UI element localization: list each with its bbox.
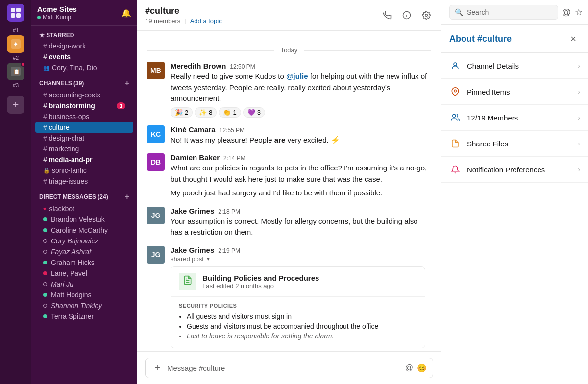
avatar: DB [147, 153, 165, 171]
sidebar-item-culture[interactable]: # culture [35, 122, 133, 133]
workspace-app-3[interactable]: 📋 [7, 63, 24, 80]
panel-item-notifications[interactable]: Notification Preferences › [441, 157, 588, 183]
sidebar-item-accounting-costs[interactable]: # accounting-costs [35, 90, 133, 100]
sidebar-item-fayaz[interactable]: Fayaz Ashraf [35, 246, 133, 257]
sidebar-item-brainstorming[interactable]: # brainstorming 1 [35, 100, 133, 111]
unread-badge: 1 [117, 102, 125, 109]
mention[interactable]: @julie [286, 72, 308, 80]
sidebar-item-label: events [49, 53, 71, 61]
sidebar-item-label: slackbot [49, 205, 74, 213]
workspace-app-2[interactable]: ✦ [7, 35, 24, 53]
hash-icon: # [43, 113, 47, 120]
message-author: Jake Grimes [171, 207, 214, 215]
at-icon[interactable]: @ [405, 363, 413, 372]
sidebar-item-shannon[interactable]: Shannon Tinkley [35, 300, 133, 311]
sidebar-item-brandon[interactable]: Brandon Velestuk [35, 214, 133, 225]
sidebar-item-design-chat[interactable]: # design-chat [35, 133, 133, 144]
sidebar-item-cory[interactable]: Cory Bujnowicz [35, 236, 133, 246]
members-icon [449, 112, 461, 123]
panel-item-label: Pinned Items [467, 88, 578, 96]
sidebar-item-label: Mari Ju [51, 280, 74, 288]
dm-icon: 👥 [43, 65, 50, 71]
sidebar-item-caroline[interactable]: Caroline McCarthy [35, 225, 133, 236]
reaction-button[interactable]: 💜 3 [243, 107, 265, 118]
avatar: JG [147, 246, 165, 264]
reaction-button[interactable]: ✨ 8 [195, 107, 217, 118]
sidebar-item-slackbot[interactable]: ♥ slackbot [35, 203, 133, 214]
sidebar-item-triage-issues[interactable]: # triage-issues [35, 176, 133, 187]
svg-rect-3 [16, 13, 21, 18]
message-input-box: + @ 😊 [145, 358, 433, 378]
hash-icon: # [43, 91, 47, 99]
svg-text:📋: 📋 [13, 68, 20, 75]
workspace-app-1[interactable] [7, 4, 24, 22]
info-icon[interactable] [400, 8, 414, 22]
channels-section-header: CHANNELS (39) + [31, 73, 137, 90]
panel-search-input[interactable] [467, 8, 553, 16]
settings-icon[interactable] [419, 8, 433, 22]
close-panel-button[interactable]: × [566, 32, 580, 46]
panel-item-channel-details[interactable]: Channel Details › [441, 53, 588, 79]
sidebar-item-events[interactable]: # events [35, 51, 133, 62]
online-status-dot [43, 293, 47, 297]
sidebar-item-label: Lane, Pavel [51, 269, 87, 277]
message-header: Jake Grimes 2:18 PM [171, 207, 431, 215]
sidebar-item-mari[interactable]: Mari Ju [35, 279, 133, 289]
policy-list: All guests and visitors must sign in Gue… [179, 312, 417, 340]
panel-item-pinned[interactable]: Pinned Items › [441, 79, 588, 105]
list-item: Last to leave is responsible for setting… [187, 332, 417, 340]
reactions: 🎉 2 ✨ 8 👏 1 💜 3 [171, 107, 431, 118]
online-status-dot [43, 314, 47, 318]
sidebar-item-media-and-pr[interactable]: # media-and-pr [35, 154, 133, 165]
svg-rect-2 [11, 13, 15, 18]
reaction-button[interactable]: 🎉 2 [171, 107, 193, 118]
sidebar-item-graham[interactable]: Graham Hicks [35, 257, 133, 268]
channel-label: #culture [477, 34, 512, 44]
sidebar: Acme Sites Matt Kump 🔔 ★ STARRED # desig… [31, 0, 137, 384]
add-workspace-button[interactable]: + [7, 96, 24, 114]
sidebar-item-design-work[interactable]: # design-work [35, 41, 133, 51]
reaction-button[interactable]: 👏 1 [219, 107, 241, 118]
search-icon: 🔍 [455, 8, 463, 16]
message-input[interactable] [167, 364, 401, 372]
right-panel: 🔍 @ ☆ ⋮ About #culture × Channel Details… [441, 0, 588, 384]
sidebar-item-business-ops[interactable]: # business-ops [35, 111, 133, 122]
sidebar-item-marketing[interactable]: # marketing [35, 144, 133, 154]
right-panel-header-top: 🔍 @ ☆ ⋮ [441, 0, 588, 25]
lock-icon: 🔒 [43, 168, 50, 174]
add-dm-icon[interactable]: + [125, 192, 129, 201]
add-channel-icon[interactable]: + [125, 79, 129, 88]
shared-post-label: shared post ▼ [171, 255, 431, 263]
offline-status-dot [43, 282, 47, 286]
star-nav-icon[interactable]: ☆ [575, 7, 583, 18]
message-author: Damien Baker [171, 153, 220, 162]
sidebar-item-sonic-fanfic[interactable]: 🔒 sonic-fanfic [35, 165, 133, 176]
channel-name: #culture [145, 6, 380, 16]
svg-text:✦: ✦ [13, 40, 19, 48]
sidebar-item-cory-tina-dio[interactable]: 👥 Cory, Tina, Dio [35, 62, 133, 73]
message-text: No! It was my pleasure! People are very … [171, 135, 431, 146]
at-nav-icon[interactable]: @ [562, 7, 571, 18]
panel-item-shared-files[interactable]: Shared Files › [441, 131, 588, 157]
channels-label: CHANNELS (39) [39, 80, 84, 87]
channel-header-icons [380, 8, 433, 22]
message-time: 2:18 PM [218, 208, 240, 215]
panel-item-members[interactable]: 12/19 Members › [441, 105, 588, 131]
emoji-icon[interactable]: 😊 [417, 363, 427, 373]
sidebar-item-terra[interactable]: Terra Spitzner [35, 311, 133, 322]
add-topic-link[interactable]: Add a topic [190, 17, 222, 24]
notifications-bell-icon[interactable]: 🔔 [122, 8, 131, 18]
doc-info: Building Policies and Procedures Last ed… [202, 274, 319, 289]
dropdown-arrow-icon[interactable]: ▼ [206, 256, 211, 262]
sidebar-item-lane[interactable]: Lane, Pavel [35, 268, 133, 279]
sidebar-item-matt-hodgins[interactable]: Matt Hodgins [35, 289, 133, 300]
attach-button[interactable]: + [151, 362, 163, 374]
sidebar-item-label: Matt Hodgins [51, 291, 91, 299]
doc-icon [179, 273, 196, 290]
call-icon[interactable] [380, 8, 394, 22]
workspace-selector[interactable]: Acme Sites Matt Kump [37, 5, 77, 21]
svg-point-14 [454, 63, 457, 66]
doc-subtitle: Last edited 2 months ago [202, 282, 319, 289]
message-time: 2:14 PM [223, 155, 245, 162]
message-header: Jake Grimes 2:19 PM [171, 246, 431, 254]
